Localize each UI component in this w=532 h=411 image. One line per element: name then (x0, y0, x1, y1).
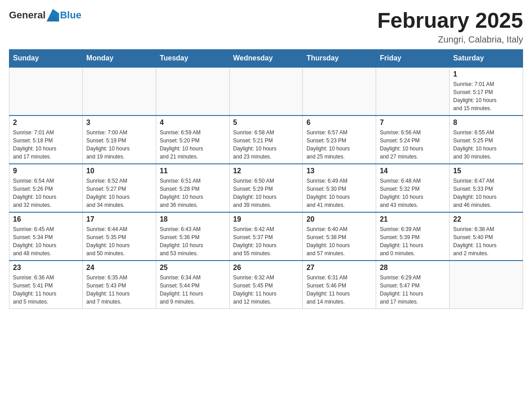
day-info: Sunrise: 6:48 AM Sunset: 5:32 PM Dayligh… (380, 177, 446, 209)
day-number: 27 (306, 264, 372, 272)
day-number: 2 (13, 119, 79, 127)
logo-general-text: General (9, 9, 46, 21)
calendar-cell (450, 261, 523, 309)
calendar-cell: 26Sunrise: 6:32 AM Sunset: 5:45 PM Dayli… (229, 261, 303, 309)
day-info: Sunrise: 7:00 AM Sunset: 5:19 PM Dayligh… (86, 128, 152, 161)
day-info: Sunrise: 7:01 AM Sunset: 5:18 PM Dayligh… (13, 128, 79, 161)
day-info: Sunrise: 6:31 AM Sunset: 5:46 PM Dayligh… (306, 274, 372, 306)
day-info: Sunrise: 6:52 AM Sunset: 5:27 PM Dayligh… (86, 177, 152, 209)
calendar-cell (376, 67, 450, 116)
week-row-4: 16Sunrise: 6:45 AM Sunset: 5:34 PM Dayli… (9, 212, 523, 261)
day-info: Sunrise: 6:55 AM Sunset: 5:25 PM Dayligh… (453, 128, 519, 161)
day-number: 7 (380, 119, 446, 127)
week-row-5: 23Sunrise: 6:36 AM Sunset: 5:41 PM Dayli… (9, 261, 523, 309)
day-number: 26 (233, 264, 299, 272)
day-number: 5 (233, 119, 299, 127)
week-row-3: 9Sunrise: 6:54 AM Sunset: 5:26 PM Daylig… (9, 164, 523, 212)
week-row-2: 2Sunrise: 7:01 AM Sunset: 5:18 PM Daylig… (9, 116, 523, 164)
day-number: 10 (86, 167, 152, 175)
calendar-table: SundayMondayTuesdayWednesdayThursdayFrid… (9, 49, 523, 309)
day-info: Sunrise: 6:47 AM Sunset: 5:33 PM Dayligh… (453, 177, 519, 209)
weekday-header-thursday: Thursday (303, 49, 376, 67)
logo-blue-text: Blue (60, 9, 82, 21)
day-info: Sunrise: 6:49 AM Sunset: 5:30 PM Dayligh… (306, 177, 372, 209)
calendar-cell: 16Sunrise: 6:45 AM Sunset: 5:34 PM Dayli… (9, 212, 83, 261)
calendar-cell: 8Sunrise: 6:55 AM Sunset: 5:25 PM Daylig… (450, 116, 523, 164)
weekday-header-monday: Monday (82, 49, 156, 67)
day-info: Sunrise: 6:40 AM Sunset: 5:38 PM Dayligh… (306, 225, 372, 257)
day-info: Sunrise: 6:38 AM Sunset: 5:40 PM Dayligh… (453, 225, 519, 257)
weekday-header-saturday: Saturday (450, 49, 523, 67)
calendar-cell: 14Sunrise: 6:48 AM Sunset: 5:32 PM Dayli… (376, 164, 450, 212)
day-info: Sunrise: 6:32 AM Sunset: 5:45 PM Dayligh… (233, 274, 299, 306)
logo: General Blue (9, 9, 82, 21)
month-title: February 2025 (377, 9, 523, 33)
day-number: 4 (160, 119, 226, 127)
day-info: Sunrise: 7:01 AM Sunset: 5:17 PM Dayligh… (453, 80, 519, 112)
day-number: 14 (380, 167, 446, 175)
day-info: Sunrise: 6:29 AM Sunset: 5:47 PM Dayligh… (380, 274, 446, 306)
calendar-cell: 19Sunrise: 6:42 AM Sunset: 5:37 PM Dayli… (229, 212, 303, 261)
day-number: 6 (306, 119, 372, 127)
calendar-cell: 22Sunrise: 6:38 AM Sunset: 5:40 PM Dayli… (450, 212, 523, 261)
calendar-cell (9, 67, 83, 116)
day-number: 16 (13, 215, 79, 223)
calendar-cell: 15Sunrise: 6:47 AM Sunset: 5:33 PM Dayli… (450, 164, 523, 212)
calendar-cell: 11Sunrise: 6:51 AM Sunset: 5:28 PM Dayli… (156, 164, 229, 212)
day-info: Sunrise: 6:57 AM Sunset: 5:23 PM Dayligh… (306, 128, 372, 161)
calendar-cell: 6Sunrise: 6:57 AM Sunset: 5:23 PM Daylig… (303, 116, 376, 164)
day-info: Sunrise: 6:36 AM Sunset: 5:41 PM Dayligh… (13, 274, 79, 306)
calendar-cell: 3Sunrise: 7:00 AM Sunset: 5:19 PM Daylig… (82, 116, 156, 164)
day-number: 19 (233, 215, 299, 223)
day-number: 11 (160, 167, 226, 175)
calendar-cell: 4Sunrise: 6:59 AM Sunset: 5:20 PM Daylig… (156, 116, 229, 164)
day-number: 15 (453, 167, 519, 175)
calendar-cell: 13Sunrise: 6:49 AM Sunset: 5:30 PM Dayli… (303, 164, 376, 212)
day-info: Sunrise: 6:44 AM Sunset: 5:35 PM Dayligh… (86, 225, 152, 257)
calendar-cell: 10Sunrise: 6:52 AM Sunset: 5:27 PM Dayli… (82, 164, 156, 212)
calendar-cell: 25Sunrise: 6:34 AM Sunset: 5:44 PM Dayli… (156, 261, 229, 309)
day-info: Sunrise: 6:58 AM Sunset: 5:21 PM Dayligh… (233, 128, 299, 161)
day-info: Sunrise: 6:43 AM Sunset: 5:36 PM Dayligh… (160, 225, 226, 257)
day-info: Sunrise: 6:56 AM Sunset: 5:24 PM Dayligh… (380, 128, 446, 161)
day-info: Sunrise: 6:45 AM Sunset: 5:34 PM Dayligh… (13, 225, 79, 257)
day-number: 12 (233, 167, 299, 175)
calendar-cell (82, 67, 156, 116)
day-number: 28 (380, 264, 446, 272)
day-number: 20 (306, 215, 372, 223)
weekday-header-tuesday: Tuesday (156, 49, 229, 67)
day-info: Sunrise: 6:51 AM Sunset: 5:28 PM Dayligh… (160, 177, 226, 209)
calendar-cell: 12Sunrise: 6:50 AM Sunset: 5:29 PM Dayli… (229, 164, 303, 212)
day-number: 13 (306, 167, 372, 175)
day-info: Sunrise: 6:54 AM Sunset: 5:26 PM Dayligh… (13, 177, 79, 209)
day-number: 24 (86, 264, 152, 272)
day-info: Sunrise: 6:35 AM Sunset: 5:43 PM Dayligh… (86, 274, 152, 306)
calendar-cell: 1Sunrise: 7:01 AM Sunset: 5:17 PM Daylig… (450, 67, 523, 116)
calendar-cell: 17Sunrise: 6:44 AM Sunset: 5:35 PM Dayli… (82, 212, 156, 261)
day-number: 3 (86, 119, 152, 127)
day-number: 22 (453, 215, 519, 223)
calendar-cell (303, 67, 376, 116)
weekday-header-friday: Friday (376, 49, 450, 67)
week-row-1: 1Sunrise: 7:01 AM Sunset: 5:17 PM Daylig… (9, 67, 523, 116)
day-info: Sunrise: 6:34 AM Sunset: 5:44 PM Dayligh… (160, 274, 226, 306)
page-header: General Blue February 2025 Zungri, Calab… (9, 9, 523, 45)
calendar-cell: 18Sunrise: 6:43 AM Sunset: 5:36 PM Dayli… (156, 212, 229, 261)
day-info: Sunrise: 6:39 AM Sunset: 5:39 PM Dayligh… (380, 225, 446, 257)
day-info: Sunrise: 6:59 AM Sunset: 5:20 PM Dayligh… (160, 128, 226, 161)
day-number: 25 (160, 264, 226, 272)
calendar-cell: 5Sunrise: 6:58 AM Sunset: 5:21 PM Daylig… (229, 116, 303, 164)
location-text: Zungri, Calabria, Italy (377, 34, 523, 45)
weekday-header-sunday: Sunday (9, 49, 83, 67)
calendar-cell (156, 67, 229, 116)
logo-icon (47, 9, 59, 21)
weekday-header-row: SundayMondayTuesdayWednesdayThursdayFrid… (9, 49, 523, 67)
title-block: February 2025 Zungri, Calabria, Italy (377, 9, 523, 45)
calendar-cell: 27Sunrise: 6:31 AM Sunset: 5:46 PM Dayli… (303, 261, 376, 309)
calendar-cell: 24Sunrise: 6:35 AM Sunset: 5:43 PM Dayli… (82, 261, 156, 309)
day-number: 21 (380, 215, 446, 223)
calendar-cell: 7Sunrise: 6:56 AM Sunset: 5:24 PM Daylig… (376, 116, 450, 164)
calendar-cell: 21Sunrise: 6:39 AM Sunset: 5:39 PM Dayli… (376, 212, 450, 261)
calendar-cell: 23Sunrise: 6:36 AM Sunset: 5:41 PM Dayli… (9, 261, 83, 309)
day-number: 8 (453, 119, 519, 127)
